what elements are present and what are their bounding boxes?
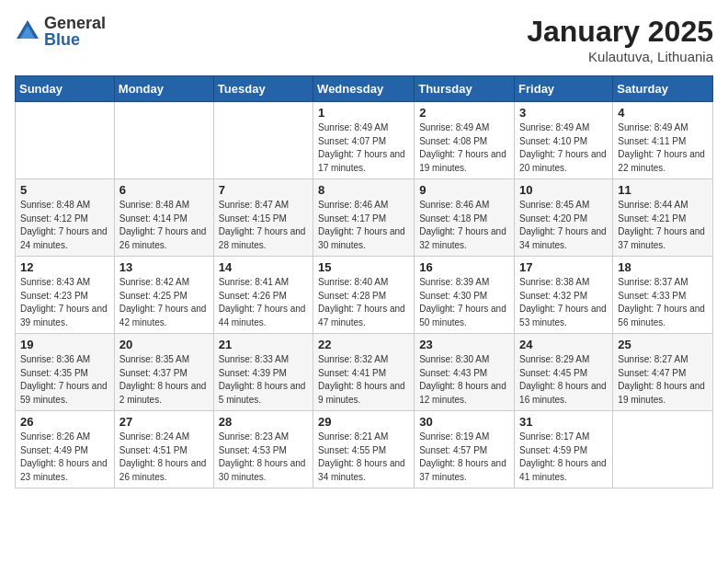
calendar-cell [613,411,713,488]
calendar-cell [213,102,313,179]
day-number: 18 [618,260,708,274]
day-detail: Sunrise: 8:24 AMSunset: 4:51 PMDaylight:… [119,431,209,484]
calendar-cell: 15Sunrise: 8:40 AMSunset: 4:28 PMDayligh… [313,257,415,334]
day-number: 12 [20,260,109,274]
day-number: 14 [219,260,308,274]
calendar-week-row: 5Sunrise: 8:48 AMSunset: 4:12 PMDaylight… [16,179,713,257]
day-number: 8 [318,183,409,197]
calendar-cell: 1Sunrise: 8:49 AMSunset: 4:07 PMDaylight… [313,102,415,179]
day-number: 16 [419,260,509,274]
day-detail: Sunrise: 8:47 AMSunset: 4:15 PMDaylight:… [219,199,308,252]
column-header-saturday: Saturday [613,76,713,102]
calendar-week-row: 12Sunrise: 8:43 AMSunset: 4:23 PMDayligh… [16,257,713,334]
day-detail: Sunrise: 8:49 AMSunset: 4:10 PMDaylight:… [519,121,608,175]
day-number: 6 [119,183,209,197]
day-detail: Sunrise: 8:42 AMSunset: 4:25 PMDaylight:… [119,276,209,329]
day-number: 9 [419,183,509,197]
day-number: 29 [318,415,409,429]
day-detail: Sunrise: 8:49 AMSunset: 4:11 PMDaylight:… [618,121,708,175]
day-number: 31 [519,415,608,429]
day-detail: Sunrise: 8:36 AMSunset: 4:35 PMDaylight:… [20,353,109,407]
day-number: 26 [20,415,109,429]
calendar-cell: 4Sunrise: 8:49 AMSunset: 4:11 PMDaylight… [613,102,713,179]
calendar-cell: 12Sunrise: 8:43 AMSunset: 4:23 PMDayligh… [16,257,115,334]
logo: General Blue [15,15,106,48]
day-detail: Sunrise: 8:32 AMSunset: 4:41 PMDaylight:… [318,353,409,407]
calendar-cell: 8Sunrise: 8:46 AMSunset: 4:17 PMDaylight… [313,179,415,257]
title-block: January 2025 Kulautuva, Lithuania [527,15,713,64]
logo-general: General [44,15,106,31]
calendar-week-row: 19Sunrise: 8:36 AMSunset: 4:35 PMDayligh… [16,334,713,411]
day-detail: Sunrise: 8:33 AMSunset: 4:39 PMDaylight:… [219,353,308,407]
calendar-cell: 23Sunrise: 8:30 AMSunset: 4:43 PMDayligh… [415,334,515,411]
day-detail: Sunrise: 8:49 AMSunset: 4:08 PMDaylight:… [419,121,509,175]
day-number: 4 [618,106,708,120]
day-detail: Sunrise: 8:35 AMSunset: 4:37 PMDaylight:… [119,353,209,407]
column-header-monday: Monday [114,76,213,102]
calendar-cell: 25Sunrise: 8:27 AMSunset: 4:47 PMDayligh… [613,334,713,411]
day-number: 22 [318,338,409,351]
calendar-table: SundayMondayTuesdayWednesdayThursdayFrid… [15,75,713,488]
day-number: 1 [318,106,409,120]
day-detail: Sunrise: 8:27 AMSunset: 4:47 PMDaylight:… [618,353,708,407]
day-detail: Sunrise: 8:39 AMSunset: 4:30 PMDaylight:… [419,276,509,329]
day-number: 7 [219,183,308,197]
column-header-friday: Friday [515,76,613,102]
calendar-cell: 28Sunrise: 8:23 AMSunset: 4:53 PMDayligh… [213,411,313,488]
calendar-cell [114,102,213,179]
day-detail: Sunrise: 8:17 AMSunset: 4:59 PMDaylight:… [519,431,608,484]
calendar-header-row: SundayMondayTuesdayWednesdayThursdayFrid… [16,76,713,102]
month-title: January 2025 [527,15,713,49]
day-detail: Sunrise: 8:48 AMSunset: 4:14 PMDaylight:… [119,199,209,252]
day-number: 23 [419,338,509,351]
column-header-thursday: Thursday [415,76,515,102]
day-number: 19 [20,338,109,351]
calendar-cell: 31Sunrise: 8:17 AMSunset: 4:59 PMDayligh… [515,411,613,488]
day-detail: Sunrise: 8:21 AMSunset: 4:55 PMDaylight:… [318,431,409,484]
calendar-cell: 17Sunrise: 8:38 AMSunset: 4:32 PMDayligh… [515,257,613,334]
calendar-week-row: 1Sunrise: 8:49 AMSunset: 4:07 PMDaylight… [16,102,713,179]
location: Kulautuva, Lithuania [527,49,713,64]
day-detail: Sunrise: 8:37 AMSunset: 4:33 PMDaylight:… [618,276,708,329]
calendar-cell: 11Sunrise: 8:44 AMSunset: 4:21 PMDayligh… [613,179,713,257]
day-number: 11 [618,183,708,197]
calendar-week-row: 26Sunrise: 8:26 AMSunset: 4:49 PMDayligh… [16,411,713,488]
day-number: 24 [519,338,608,351]
calendar-cell: 20Sunrise: 8:35 AMSunset: 4:37 PMDayligh… [114,334,213,411]
day-number: 20 [119,338,209,351]
column-header-tuesday: Tuesday [213,76,313,102]
calendar-cell: 24Sunrise: 8:29 AMSunset: 4:45 PMDayligh… [515,334,613,411]
day-detail: Sunrise: 8:19 AMSunset: 4:57 PMDaylight:… [419,431,509,484]
day-detail: Sunrise: 8:46 AMSunset: 4:17 PMDaylight:… [318,199,409,252]
calendar-cell: 10Sunrise: 8:45 AMSunset: 4:20 PMDayligh… [515,179,613,257]
calendar-cell: 14Sunrise: 8:41 AMSunset: 4:26 PMDayligh… [213,257,313,334]
calendar-cell: 6Sunrise: 8:48 AMSunset: 4:14 PMDaylight… [114,179,213,257]
page-header: General Blue January 2025 Kulautuva, Lit… [15,15,713,64]
column-header-sunday: Sunday [16,76,115,102]
calendar-cell: 18Sunrise: 8:37 AMSunset: 4:33 PMDayligh… [613,257,713,334]
day-detail: Sunrise: 8:48 AMSunset: 4:12 PMDaylight:… [20,199,109,252]
day-detail: Sunrise: 8:46 AMSunset: 4:18 PMDaylight:… [419,199,509,252]
day-detail: Sunrise: 8:29 AMSunset: 4:45 PMDaylight:… [519,353,608,407]
calendar-cell: 5Sunrise: 8:48 AMSunset: 4:12 PMDaylight… [16,179,115,257]
day-detail: Sunrise: 8:41 AMSunset: 4:26 PMDaylight:… [219,276,308,329]
day-number: 17 [519,260,608,274]
day-number: 3 [519,106,608,120]
calendar-cell: 9Sunrise: 8:46 AMSunset: 4:18 PMDaylight… [415,179,515,257]
day-number: 5 [20,183,109,197]
day-number: 21 [219,338,308,351]
calendar-cell: 30Sunrise: 8:19 AMSunset: 4:57 PMDayligh… [415,411,515,488]
calendar-cell: 27Sunrise: 8:24 AMSunset: 4:51 PMDayligh… [114,411,213,488]
day-detail: Sunrise: 8:30 AMSunset: 4:43 PMDaylight:… [419,353,509,407]
calendar-cell: 2Sunrise: 8:49 AMSunset: 4:08 PMDaylight… [415,102,515,179]
logo-icon [15,18,40,44]
day-number: 2 [419,106,509,120]
calendar-cell: 16Sunrise: 8:39 AMSunset: 4:30 PMDayligh… [415,257,515,334]
day-number: 10 [519,183,608,197]
day-detail: Sunrise: 8:23 AMSunset: 4:53 PMDaylight:… [219,431,308,484]
column-header-wednesday: Wednesday [313,76,415,102]
day-number: 13 [119,260,209,274]
day-detail: Sunrise: 8:44 AMSunset: 4:21 PMDaylight:… [618,199,708,252]
logo-blue: Blue [44,31,106,48]
day-detail: Sunrise: 8:38 AMSunset: 4:32 PMDaylight:… [519,276,608,329]
